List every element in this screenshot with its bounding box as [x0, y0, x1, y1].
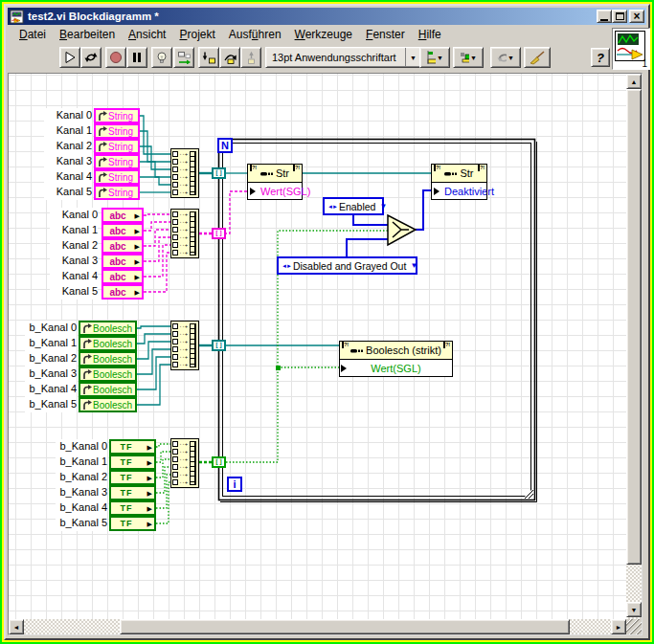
maximize-icon — [616, 12, 624, 20]
run-continuously-button[interactable] — [80, 47, 101, 68]
terminal-label: b_Kanal 2 — [25, 351, 77, 366]
build-array-boolean-refs[interactable]: ··+··+··+··+··+··+ — [170, 321, 199, 370]
string-refs-terminal[interactable]: String — [94, 169, 140, 185]
property-node-string-value[interactable]: ?! Str ?! Wert(SGL) — [247, 164, 303, 200]
boolean-refs-terminal[interactable]: Boolesch — [79, 321, 137, 336]
scroll-down-button[interactable]: ▼ — [626, 602, 642, 617]
property-row[interactable]: Wert(SGL) — [247, 183, 303, 200]
build-array-booleans[interactable]: ··+··+··+··+··+··+ — [170, 438, 199, 488]
font-selector[interactable]: 13pt Anwendungsschriftart ▼ — [265, 47, 421, 68]
tunnel-booleans[interactable]: [] — [212, 456, 226, 468]
enum-constant-enabled[interactable]: ◄► Enabled ▼ — [323, 197, 384, 215]
boolean-terminals-terminal[interactable]: TF▶ — [109, 455, 156, 470]
property-row[interactable]: Deaktiviert — [431, 183, 487, 200]
string-terminals-terminal[interactable]: abc▶ — [101, 284, 144, 300]
step-over-button[interactable] — [219, 47, 240, 68]
maximize-button[interactable] — [612, 10, 627, 23]
abort-button[interactable] — [105, 47, 126, 68]
resize-objects-button[interactable]: ▼ — [490, 47, 521, 68]
menu-bearbeiten[interactable]: Bearbeiten — [53, 27, 122, 42]
string-terminals-terminal[interactable]: abc▶ — [101, 269, 144, 284]
terminal-label: b_Kanal 4 — [25, 382, 77, 397]
property-row[interactable]: Wert(SGL) — [339, 360, 453, 377]
enum-constant-disabled-grayed[interactable]: ◄► Disabled and Grayed Out ▼ — [277, 256, 417, 275]
step-out-button[interactable] — [240, 47, 261, 68]
run-icon — [63, 51, 77, 64]
string-refs-terminal[interactable]: String — [94, 139, 140, 154]
loop-count-terminal[interactable]: N — [217, 138, 233, 153]
horizontal-scroll-thumb[interactable] — [120, 619, 570, 634]
terminal-type-label: abc — [109, 272, 125, 282]
font-selector-dropdown[interactable]: ▼ — [405, 48, 420, 67]
input-arrow-icon — [341, 365, 350, 372]
boolean-terminals-terminal[interactable]: TF▶ — [109, 470, 156, 485]
boolean-refs-terminal[interactable]: Boolesch — [79, 336, 137, 351]
menu-datei[interactable]: Datei — [12, 27, 53, 42]
close-button[interactable]: × — [629, 10, 644, 23]
vertical-scrollbar[interactable]: ▲ ▼ — [626, 74, 642, 619]
tunnel-string-refs[interactable]: [] — [212, 167, 226, 179]
string-refs-terminal[interactable]: String — [94, 185, 140, 200]
enum-value: Disabled and Grayed Out — [293, 260, 406, 272]
string-terminals-terminal[interactable]: abc▶ — [101, 254, 144, 269]
boolean-terminals-terminal[interactable]: TF▶ — [109, 500, 156, 516]
property-node-header[interactable]: ?! Str ?! — [247, 164, 303, 183]
horizontal-scrollbar[interactable]: ◄ ► — [9, 619, 626, 634]
boolean-refs-terminal[interactable]: Boolesch — [79, 382, 137, 397]
string-terminals-terminal[interactable]: abc▶ — [101, 208, 144, 223]
pause-button[interactable] — [126, 47, 147, 68]
loop-iteration-terminal[interactable]: i — [227, 477, 242, 492]
title-bar[interactable]: test2.vi Blockdiagramm * × — [8, 8, 646, 25]
property-node-header[interactable]: ?! Str ?! — [431, 164, 487, 183]
scroll-up-button[interactable]: ▲ — [626, 74, 642, 89]
menu-projekt[interactable]: Projekt — [172, 27, 221, 42]
string-refs-terminal[interactable]: String — [94, 123, 140, 139]
select-node[interactable] — [388, 215, 416, 245]
distribute-objects-button[interactable]: ▼ — [453, 47, 484, 68]
step-into-button[interactable] — [198, 47, 219, 68]
boolean-refs-terminal[interactable]: Boolesch — [79, 351, 137, 366]
string-terminals-terminal[interactable]: abc▶ — [101, 223, 144, 238]
boolean-terminals-terminal[interactable]: TF▶ — [109, 516, 156, 531]
clean-up-diagram-button[interactable] — [524, 47, 551, 68]
property-node-boolean-value[interactable]: ?! Boolesch (strikt) ?! Wert(SGL) — [339, 341, 453, 377]
string-refs-terminal[interactable]: String — [94, 108, 140, 123]
boolean-terminals-terminal[interactable]: TF▶ — [109, 439, 156, 455]
terminal-type-label: String — [108, 157, 133, 167]
terminal-arrow-icon: ▶ — [135, 274, 140, 280]
tunnel-strings[interactable]: [] — [212, 228, 226, 239]
build-array-strings[interactable]: ··+··+··+··+··+··+ — [170, 209, 199, 258]
vertical-scroll-thumb[interactable] — [626, 89, 642, 565]
menu-fenster[interactable]: Fenster — [359, 27, 412, 42]
align-objects-button[interactable]: ▼ — [419, 47, 450, 68]
string-refs-terminal[interactable]: String — [94, 154, 140, 169]
block-diagram-canvas[interactable]: Kanal 0StringKanal 1StringKanal 2StringK… — [9, 74, 626, 619]
highlight-execution-button[interactable] — [151, 47, 172, 68]
loop-resize-corner[interactable] — [523, 488, 533, 499]
string-terminals-row: Kanal 5abc▶ — [9, 284, 249, 300]
menu-ansicht[interactable]: Ansicht — [122, 27, 172, 42]
scroll-left-button[interactable]: ◄ — [9, 619, 24, 634]
build-array-string-refs[interactable]: ··+··+··+··+··+··+ — [170, 148, 199, 198]
string-terminals-row: Kanal 3abc▶ — [9, 254, 249, 269]
execution-order-button[interactable] — [173, 47, 194, 68]
property-node-header[interactable]: ?! Boolesch (strikt) ?! — [339, 341, 453, 360]
boolean-terminals-terminal[interactable]: TF▶ — [109, 485, 156, 500]
arrow-down-icon: ▼ — [631, 607, 638, 613]
menu-werkzeuge[interactable]: Werkzeuge — [288, 27, 359, 42]
boolean-refs-terminal[interactable]: Boolesch — [79, 366, 137, 382]
menu-hilfe[interactable]: Hilfe — [412, 27, 448, 42]
scroll-right-button[interactable]: ► — [611, 619, 626, 634]
minimize-button[interactable] — [597, 10, 612, 23]
tunnel-boolean-refs[interactable]: [] — [212, 340, 226, 351]
size-grip[interactable] — [626, 619, 642, 634]
reference-icon — [82, 323, 92, 334]
run-button[interactable] — [59, 47, 80, 68]
help-button[interactable]: ? — [591, 48, 610, 67]
string-terminals-terminal[interactable]: abc▶ — [101, 238, 144, 254]
vi-icon-panel[interactable]: 1 — [612, 28, 650, 70]
reference-icon — [82, 400, 92, 411]
property-node-string-disabled[interactable]: ?! Str ?! Deaktiviert — [431, 164, 487, 200]
boolean-refs-terminal[interactable]: Boolesch — [79, 397, 137, 412]
menu-ausfuehren[interactable]: Ausführen — [222, 27, 288, 42]
